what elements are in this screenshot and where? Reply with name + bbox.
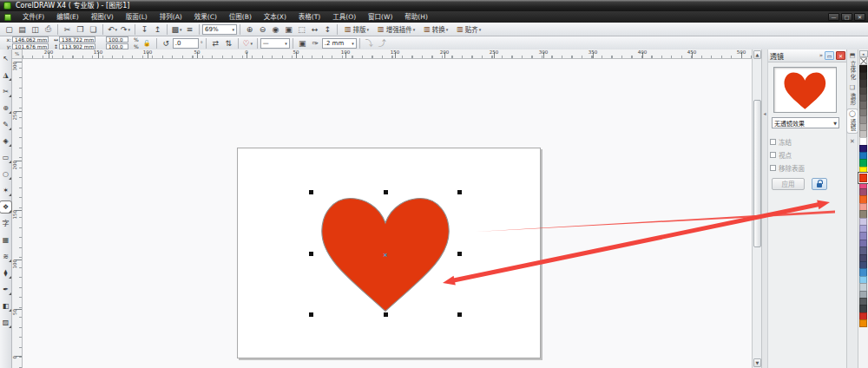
convert-button[interactable]: ▥转换▾ [421, 23, 450, 35]
zoom-width-button[interactable]: ↔ [309, 23, 320, 35]
interactive-fill-tool[interactable]: ▨ [0, 317, 11, 328]
text-tool[interactable]: 字 [0, 218, 11, 229]
rectangle-tool[interactable]: ▭ [0, 152, 11, 163]
menu-item-0[interactable]: 文件(F) [16, 11, 50, 23]
docker-tabs-close-button[interactable]: ✕ [850, 138, 855, 145]
save-button[interactable]: ◫ [30, 23, 41, 35]
menu-item-11[interactable]: 帮助(H) [398, 11, 434, 23]
to-back-button[interactable]: ⤴ [377, 37, 388, 49]
menu-item-2[interactable]: 视图(V) [85, 11, 120, 23]
zoom-in-button[interactable]: ⊕ [244, 23, 255, 35]
scale-lock-button[interactable]: 🔓 [141, 37, 153, 49]
ellipse-tool[interactable]: ○ [0, 168, 11, 180]
export-button[interactable]: ↥ [152, 23, 163, 35]
tab-extrude[interactable]: ⬒立体化 [848, 52, 857, 81]
zoom-tool[interactable]: ⊕ [0, 102, 11, 114]
print-button[interactable]: ⎙ [43, 23, 54, 35]
mirror-vertical-button[interactable]: ⇅ [223, 37, 234, 49]
menu-item-8[interactable]: 表格(T) [293, 11, 326, 23]
menu-item-9[interactable]: 工具(O) [326, 11, 362, 23]
object-size-fields-field2[interactable]: 113.902 mm [59, 43, 95, 49]
menu-item-1[interactable]: 编辑(E) [50, 11, 85, 23]
open-button[interactable]: ▤ [16, 23, 28, 35]
close-button[interactable]: ✕ [854, 13, 865, 21]
lock-button[interactable] [812, 178, 827, 190]
menu-item-7[interactable]: 文本(X) [258, 11, 293, 23]
restore-button[interactable]: ▢ [841, 13, 852, 21]
mirror-horizontal-button[interactable]: ⇄ [210, 37, 221, 49]
scale-fields-field1[interactable]: 100.0 [106, 36, 128, 43]
remove-face-checkbox[interactable] [770, 165, 776, 171]
zoom-height-button[interactable]: ↕ [322, 23, 333, 35]
cut-button[interactable]: ✂ [62, 23, 73, 35]
title-bar[interactable]: CorelDRAW X4 ( 专业版 ) - [图形1] [0, 0, 868, 11]
to-front-button[interactable]: ⤵ [364, 37, 375, 49]
outline-pen-tool[interactable]: ✒ [0, 284, 11, 295]
horizontal-ruler[interactable]: 2001501005005010015020025030035040045050… [23, 49, 761, 59]
menu-item-3[interactable]: 版面(L) [120, 11, 154, 23]
palette-scroll-button[interactable]: ◂ [859, 50, 868, 57]
docker-close-button[interactable]: ✕ [836, 51, 845, 60]
zoom-page-button[interactable]: ⬚ [296, 23, 307, 35]
smart-fill-tool[interactable]: ◈ [0, 135, 11, 147]
scale-fields-field2[interactable]: 100.0 [106, 43, 128, 49]
viewpoint-checkbox[interactable] [770, 152, 776, 158]
outline-style-combo[interactable]: —▾ [260, 38, 290, 49]
docker-menu-chevron[interactable]: » [819, 52, 823, 59]
rotation-angle-field[interactable]: .0 [173, 38, 199, 49]
new-button[interactable]: ▢ [3, 23, 15, 35]
shape-tool[interactable]: ◮ [0, 69, 11, 81]
minimize-button[interactable]: — [828, 13, 839, 21]
zoom-out-button[interactable]: ⊖ [257, 23, 268, 35]
basic-shapes-tool[interactable]: ❖ [0, 201, 11, 213]
pick-tool[interactable]: ↖ [0, 53, 11, 64]
import-button[interactable]: ↧ [139, 23, 150, 35]
menu-item-6[interactable]: 位图(B) [223, 11, 258, 23]
color-swatch[interactable] [859, 319, 867, 327]
scrollbar-thumb[interactable] [753, 100, 761, 247]
welcome-screen-button[interactable]: ≡ [184, 23, 195, 35]
redo-button[interactable]: ↷▾ [120, 23, 131, 35]
perfect-shape-button[interactable]: ♡▾ [242, 37, 253, 49]
app-launcher-button[interactable]: ▩▾ [171, 23, 182, 35]
eyedropper-tool[interactable]: ⧫ [0, 267, 11, 279]
menu-item-5[interactable]: 效果(C) [188, 11, 223, 23]
lens-effect-dropdown[interactable]: 无透镜效果 ▼ [772, 117, 839, 128]
fill-tool[interactable]: ◧ [0, 300, 11, 312]
vertical-ruler[interactable]: 300250200150100500 [12, 59, 23, 368]
wrap-text-button[interactable]: ▣ [297, 37, 308, 49]
crop-tool[interactable]: ✂ [0, 86, 11, 97]
snap-button[interactable]: ▥贴齐▾ [454, 23, 483, 35]
outline-width-combo[interactable]: .2 mm▾ [322, 38, 357, 49]
zoom-all-objects-button[interactable]: ▣ [283, 23, 294, 35]
scroll-down-button[interactable]: ▼ [753, 358, 761, 367]
ruler-origin-box[interactable]: % [12, 49, 23, 59]
blend-tool[interactable]: ≋ [0, 251, 11, 262]
zoom-selected-button[interactable]: ◉ [270, 23, 281, 35]
plugins-button[interactable]: ▥增强插件▾ [375, 23, 418, 35]
paste-button[interactable]: ❏ [88, 23, 99, 35]
menu-item-10[interactable]: 窗口(W) [362, 11, 398, 23]
vertical-scrollbar[interactable]: ▲ ▼ [752, 49, 761, 368]
menu-item-4[interactable]: 排列(A) [154, 11, 188, 23]
zoom-level-combo[interactable]: 69%▾ [202, 24, 237, 35]
drawing-canvas[interactable]: × [23, 59, 752, 368]
copy-button[interactable]: ❐ [75, 23, 86, 35]
scroll-up-button[interactable]: ▲ [753, 50, 761, 59]
object-position-fields-field2[interactable]: 101.676 mm [12, 43, 49, 49]
freehand-tool[interactable]: ✎ [0, 119, 11, 130]
no-color-swatch[interactable] [859, 57, 867, 65]
docker-collapse-grip[interactable]: ◂ [762, 49, 768, 368]
object-size-fields-field1[interactable]: 138.722 mm [59, 36, 95, 43]
freeze-checkbox[interactable] [770, 139, 776, 145]
object-position-fields-field1[interactable]: 146.062 mm [12, 36, 49, 43]
table-tool[interactable]: ▦ [0, 234, 11, 246]
layout-button[interactable]: ▥排版▾ [342, 23, 372, 35]
tab-lens[interactable]: ◯透镜 [847, 109, 858, 133]
undo-button[interactable]: ↶▾ [107, 23, 118, 35]
docker-rollup-button[interactable]: ▭ [825, 51, 834, 60]
tab-shaping[interactable]: ❏造形 [848, 84, 857, 106]
apply-button[interactable]: 应用 [772, 178, 805, 190]
color-swatch[interactable] [859, 174, 867, 181]
polygon-tool[interactable]: ✶ [0, 185, 11, 196]
